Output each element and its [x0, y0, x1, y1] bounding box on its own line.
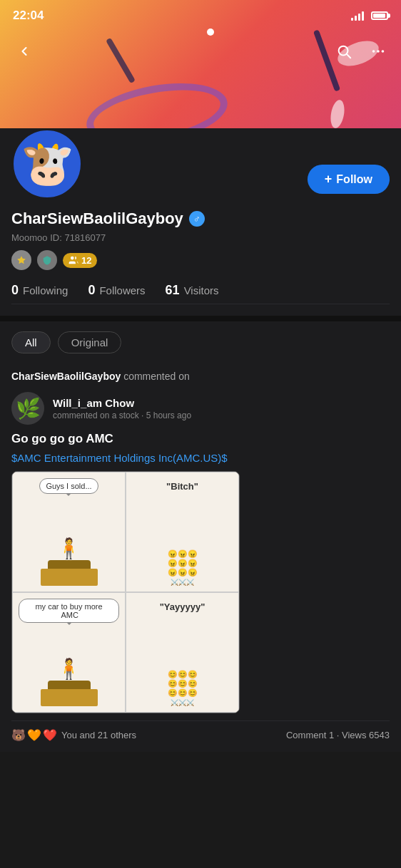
gender-symbol: ♂	[193, 214, 200, 224]
moomoo-id: Moomoo ID: 71816077	[11, 232, 390, 243]
views-count: Views 6543	[342, 730, 390, 740]
meme-cell-top-right: "Bitch" 😠😠😠 😠😠😠 😠😠😠 ⚔️⚔️⚔️	[126, 472, 239, 592]
svg-point-3	[377, 50, 380, 53]
visitors-count: 61	[166, 283, 180, 298]
post-meme-image: Guys I sold... 🧍 "Bitch" 😠😠😠 😠😠😠 😠😠😠 ⚔️⚔…	[11, 471, 240, 713]
visitors-stat: 61 Visitors	[166, 283, 219, 298]
battery-icon	[371, 11, 388, 20]
post-avatar[interactable]: 🌿	[11, 392, 44, 425]
username: CharSiewBaolilGayboy	[11, 210, 183, 228]
nav-overlay	[0, 31, 401, 71]
stats-row: 0 Following 0 Followers 61 Visitors	[11, 283, 390, 304]
tab-all-label: All	[25, 336, 37, 348]
status-time: 22:04	[13, 9, 44, 23]
reaction-bear-emoji: 🐻	[11, 728, 26, 742]
tabs-section: All Original	[0, 321, 401, 361]
signal-icon	[351, 11, 364, 21]
post-user-info: Will_i_am Chow commented on a stock · 5 …	[53, 397, 191, 420]
post-body: Go go go go AMC $AMC Entertainment Holdi…	[11, 432, 390, 464]
meme-cell-bottom-right: "Yayyyyy" 😊😊😊 😊😊😊 😊😊😊 ⚔️⚔️⚔️	[126, 592, 239, 713]
reaction-count: You and 21 others	[61, 730, 136, 740]
avatar-row: 🐮 + Follow	[11, 128, 390, 200]
post-username: Will_i_am Chow	[53, 397, 191, 409]
badge-star	[11, 250, 31, 270]
svg-marker-5	[17, 256, 26, 264]
meme-cell-top-left: Guys I sold... 🧍	[12, 472, 126, 592]
following-label: Following	[23, 284, 68, 296]
meme-cell-bottom-left: my car to buy more AMC 🧍	[12, 592, 126, 713]
svg-point-2	[372, 50, 375, 53]
feed-actor-action: commented on	[123, 371, 190, 382]
meme-quote-bottom-right: "Yayyyyy"	[157, 599, 208, 615]
profile-section: 🐮 + Follow CharSiewBaolilGayboy ♂ Moomoo…	[0, 128, 401, 316]
follow-label: Follow	[336, 173, 372, 186]
separator: ·	[337, 730, 342, 740]
status-bar: 22:04	[0, 0, 401, 31]
visitors-label: Visitors	[184, 284, 219, 296]
feed-section: CharSiewBaolilGayboy commented on 🌿 Will…	[0, 361, 401, 752]
reaction-emojis: 🐻 🧡 ❤️	[11, 728, 57, 742]
feed-meta: CharSiewBaolilGayboy commented on	[11, 371, 390, 382]
post-avatar-image: 🌿	[16, 397, 41, 420]
badge-shield	[37, 250, 57, 270]
meme-quote-top-right: "Bitch"	[163, 478, 201, 495]
post-text: Go go go go AMC	[11, 432, 390, 446]
svg-point-4	[382, 50, 385, 53]
status-icons	[351, 11, 388, 21]
feed-actor-name: CharSiewBaolilGayboy	[11, 371, 121, 382]
post-stats-right: Comment 1 · Views 6543	[286, 730, 390, 740]
followers-stat[interactable]: 0 Followers	[88, 283, 145, 298]
post-reactions: 🐻 🧡 ❤️ You and 21 others	[11, 728, 136, 742]
section-divider	[0, 316, 401, 321]
follow-button[interactable]: + Follow	[308, 165, 390, 194]
comment-count: Comment 1	[286, 730, 334, 740]
gender-icon: ♂	[189, 211, 205, 227]
svg-point-6	[71, 257, 74, 260]
plus-icon: +	[325, 172, 333, 187]
reaction-love-emoji: ❤️	[43, 728, 57, 742]
tab-original-label: Original	[71, 336, 108, 348]
meme-bubble-top-left: Guys I sold...	[39, 478, 98, 494]
post-header: 🌿 Will_i_am Chow commented on a stock · …	[11, 392, 390, 425]
followers-count: 0	[88, 283, 95, 298]
avatar-image: 🐮	[21, 143, 74, 185]
following-count: 0	[11, 283, 19, 298]
avatar: 🐮	[11, 128, 83, 200]
reaction-heart-emoji: 🧡	[27, 728, 41, 742]
svg-line-1	[347, 54, 350, 58]
post-footer: 🐻 🧡 ❤️ You and 21 others Comment 1 · Vie…	[11, 720, 390, 752]
nav-right-icons	[333, 40, 390, 63]
more-options-button[interactable]	[367, 40, 390, 63]
tab-original[interactable]: Original	[58, 331, 122, 353]
tab-all[interactable]: All	[11, 331, 51, 353]
badge-group: 12	[63, 253, 97, 268]
search-button[interactable]	[333, 40, 355, 63]
back-button[interactable]	[11, 38, 37, 64]
post-ticker[interactable]: $AMC Entertainment Holdings Inc(AMC.US)$	[11, 452, 390, 464]
username-row: CharSiewBaolilGayboy ♂	[11, 210, 390, 228]
followers-label: Followers	[99, 284, 145, 296]
post-subtitle: commented on a stock · 5 hours ago	[53, 410, 191, 420]
badges-row: 12	[11, 250, 390, 270]
following-stat[interactable]: 0 Following	[11, 283, 68, 298]
deco-ellipse2	[329, 99, 347, 130]
meme-bubble-bottom-left: my car to buy more AMC	[19, 599, 119, 623]
badge-count: 12	[81, 255, 91, 266]
